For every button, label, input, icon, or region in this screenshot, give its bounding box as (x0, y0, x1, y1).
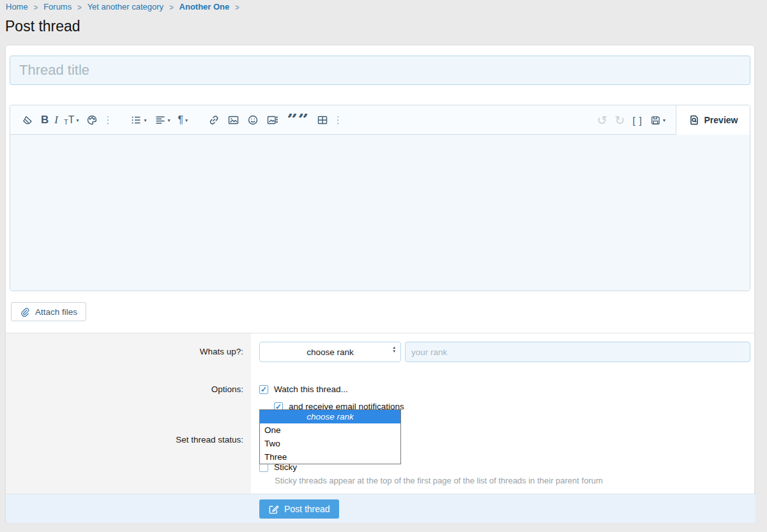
breadcrumb-home[interactable]: Home (6, 2, 28, 11)
breadcrumb-forum-current[interactable]: Another One (179, 2, 230, 11)
table-icon[interactable] (313, 105, 332, 135)
breadcrumb-forums[interactable]: Forums (43, 2, 72, 11)
remove-format-icon[interactable] (18, 105, 37, 135)
quote-icon[interactable]: ”” (283, 114, 313, 126)
post-thread-button-label: Post thread (284, 504, 330, 514)
smilie-icon[interactable] (243, 105, 262, 135)
edit-pencil-icon (268, 504, 279, 515)
submit-footer: Post thread (6, 494, 756, 523)
chevron-right-icon: > (235, 2, 239, 11)
font-size-icon[interactable]: TT▾ (60, 105, 83, 135)
watch-thread-checkbox[interactable] (259, 385, 268, 394)
chevron-right-icon: > (169, 2, 173, 11)
breadcrumb-category[interactable]: Yet another category (87, 2, 164, 11)
list-icon[interactable]: ▾ (126, 105, 150, 135)
bold-icon[interactable]: B (37, 105, 52, 135)
post-thread-form: B I TT▾ ⋮ (5, 45, 755, 522)
chevron-right-icon: > (77, 2, 81, 11)
link-icon[interactable] (204, 105, 224, 135)
align-icon[interactable]: ▾ (151, 105, 174, 135)
undo-icon[interactable]: ↺ (593, 105, 611, 135)
caret-down-icon: ▾ (185, 118, 188, 123)
more-options-icon[interactable]: ⋮ (102, 105, 114, 135)
editor-content-area[interactable] (10, 135, 750, 291)
dropdown-option-two[interactable]: Two (260, 437, 400, 450)
rich-text-editor: B I TT▾ ⋮ (10, 105, 750, 291)
redo-icon[interactable]: ↻ (611, 105, 629, 135)
image-icon[interactable] (224, 105, 243, 135)
breadcrumb: Home > Forums > Yet another category > A… (6, 2, 239, 11)
caret-down-icon: ▾ (144, 118, 146, 123)
drafts-icon[interactable]: ▾ (646, 105, 669, 135)
preview-label: Preview (704, 115, 738, 125)
paperclip-icon (20, 307, 30, 317)
preview-button[interactable]: Preview (676, 105, 750, 135)
sticky-hint-text: Sticky threads appear at the top of the … (275, 476, 603, 485)
thread-options-section: Whats up?: choose rank ▴▾ Options: Watch… (6, 333, 756, 494)
page-title: Post thread (5, 18, 80, 35)
more-options-icon[interactable]: ⋮ (332, 105, 344, 135)
attach-files-label: Attach files (35, 307, 77, 317)
select-spinner-icon: ▴▾ (393, 346, 395, 353)
caret-down-icon: ▾ (663, 118, 665, 123)
chevron-right-icon: > (34, 2, 38, 11)
media-icon[interactable] (262, 105, 283, 135)
label-column (6, 333, 251, 494)
bbcode-icon[interactable]: [ ] (628, 105, 646, 135)
paragraph-format-icon[interactable]: ¶▾ (174, 105, 192, 135)
thread-title-input[interactable] (10, 56, 750, 85)
caret-down-icon: ▾ (76, 118, 79, 123)
editor-toolbar: B I TT▾ ⋮ (10, 105, 750, 135)
rank-select-dropdown: choose rank One Two Three (259, 409, 401, 464)
rank-input[interactable] (405, 342, 750, 362)
rank-select-value: choose rank (307, 347, 354, 357)
set-thread-status-label: Set thread status: (6, 435, 243, 445)
watch-thread-label[interactable]: Watch this thread... (274, 384, 348, 394)
post-thread-button[interactable]: Post thread (259, 499, 339, 519)
preview-icon (688, 114, 700, 126)
whats-up-label: Whats up?: (6, 347, 243, 356)
dropdown-option-one[interactable]: One (260, 423, 400, 437)
rank-select[interactable]: choose rank ▴▾ (259, 342, 401, 362)
italic-icon[interactable]: I (52, 105, 60, 135)
dropdown-option-choose-rank[interactable]: choose rank (260, 410, 400, 423)
options-label: Options: (6, 384, 243, 394)
attach-files-button[interactable]: Attach files (11, 302, 86, 321)
dropdown-option-three[interactable]: Three (260, 450, 400, 464)
caret-down-icon: ▾ (168, 118, 171, 123)
text-color-icon[interactable] (82, 105, 102, 135)
sticky-checkbox[interactable] (259, 463, 268, 472)
